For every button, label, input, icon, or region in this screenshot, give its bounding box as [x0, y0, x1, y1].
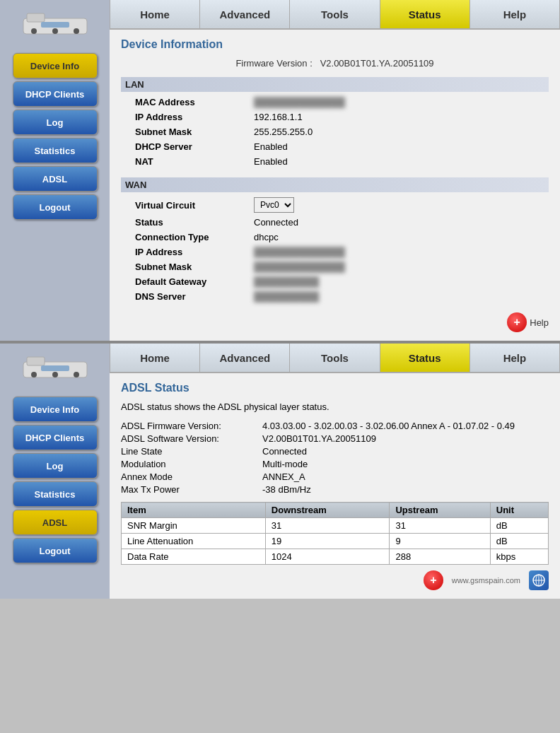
rate-item: Data Rate	[122, 549, 266, 565]
table-row: MAC Address ██████████████	[121, 95, 549, 110]
nav-home-1[interactable]: Home	[110, 0, 200, 28]
atten-item: Line Attenuation	[122, 534, 266, 549]
adsl-info-row: Annex Mode ANNEX_A	[121, 471, 549, 482]
table-row: SNR Margin 31 31 dB	[122, 518, 549, 534]
col-downstream: Downstream	[265, 503, 390, 518]
ip-label: IP Address	[121, 110, 248, 124]
dns-label: DNS Server	[121, 289, 248, 304]
help-icon-2[interactable]: +	[424, 570, 443, 590]
virtual-circuit-select[interactable]: Pvc0	[254, 197, 294, 213]
sidebar-btn-logout-2[interactable]: Logout	[13, 538, 98, 563]
wan-subnet-label: Subnet Mask	[121, 259, 248, 274]
page-title-1: Device Information	[121, 38, 549, 51]
sidebar-btn-adsl-2[interactable]: ADSL	[13, 510, 98, 535]
line-state-value: Connected	[262, 446, 307, 457]
table-row: Data Rate 1024 288 kbps	[122, 549, 549, 565]
svg-point-10	[74, 372, 79, 377]
globe-icon	[529, 570, 549, 590]
rate-unit: kbps	[490, 549, 548, 565]
nav-status-1[interactable]: Status	[380, 0, 470, 28]
mac-label: MAC Address	[121, 95, 248, 110]
table-row: Status Connected	[121, 215, 549, 230]
logo	[16, 6, 94, 45]
help-icon[interactable]: +	[507, 312, 527, 332]
nav-help-1[interactable]: Help	[470, 0, 560, 28]
col-unit: Unit	[490, 503, 548, 518]
main-1: Home Advanced Tools Status Help Device I…	[110, 0, 560, 341]
svg-rect-5	[41, 22, 69, 28]
max-tx-label: Max Tx Power	[121, 484, 262, 495]
sidebar-btn-log-2[interactable]: Log	[13, 453, 98, 479]
wan-subnet-value: ██████████████	[248, 259, 549, 274]
nav-advanced-2[interactable]: Advanced	[200, 344, 290, 372]
nat-label: NAT	[121, 154, 248, 169]
nat-value: Enabled	[248, 154, 549, 169]
nav-tools-2[interactable]: Tools	[290, 344, 380, 372]
adsl-info-row: Max Tx Power -38 dBm/Hz	[121, 484, 549, 495]
adsl-info-row: ADSL Software Version: V2.00B01T01.YA.20…	[121, 433, 549, 444]
sidebar-btn-adsl[interactable]: ADSL	[13, 166, 98, 192]
svg-point-4	[74, 28, 79, 34]
sidebar-btn-dhcp-clients-2[interactable]: DHCP Clients	[13, 425, 98, 450]
svg-point-3	[52, 28, 58, 34]
col-item: Item	[122, 503, 266, 518]
table-row: Line Attenuation 19 9 dB	[122, 534, 549, 549]
atten-upstream: 9	[390, 534, 490, 549]
col-upstream: Upstream	[390, 503, 490, 518]
firmware-label: Firmware Version :	[235, 58, 312, 69]
help-label: Help	[530, 317, 549, 328]
firmware-line: Firmware Version : V2.00B01T01.YA.200511…	[121, 58, 549, 69]
conn-type-label: Connection Type	[121, 230, 248, 245]
svg-rect-7	[27, 357, 45, 365]
sidebar-btn-device-info[interactable]: Device Info	[13, 53, 98, 78]
sidebar-btn-logout[interactable]: Logout	[13, 194, 98, 220]
table-row: Connection Type dhcpc	[121, 230, 549, 245]
watermark-row: + www.gsmspain.com	[121, 570, 549, 590]
wan-table: Virtual Circuit Pvc0 Status Connected Co…	[121, 195, 549, 304]
adsl-fw-label: ADSL Firmware Version:	[121, 421, 262, 431]
panel-1: Device Info DHCP Clients Log Statistics …	[0, 0, 560, 341]
adsl-stats-table: Item Downstream Upstream Unit SNR Margin…	[121, 502, 549, 565]
annex-mode-label: Annex Mode	[121, 471, 262, 482]
vc-value: Pvc0	[248, 195, 549, 215]
nav-home-2[interactable]: Home	[110, 344, 200, 372]
sidebar-btn-device-info-2[interactable]: Device Info	[13, 397, 98, 422]
sidebar-1: Device Info DHCP Clients Log Statistics …	[0, 0, 110, 341]
nav-status-2[interactable]: Status	[380, 344, 470, 372]
sidebar-2: Device Info DHCP Clients Log Statistics …	[0, 344, 110, 599]
vc-label: Virtual Circuit	[121, 195, 248, 215]
sidebar-btn-statistics[interactable]: Statistics	[13, 138, 98, 163]
adsl-sw-label: ADSL Software Version:	[121, 433, 262, 444]
wan-ip-value: ██████████████	[248, 245, 549, 259]
firmware-value: V2.00B01T01.YA.20051109	[320, 58, 434, 69]
wan-header: WAN	[121, 177, 549, 192]
help-row: + Help	[121, 312, 549, 332]
nav-advanced-1[interactable]: Advanced	[200, 0, 290, 28]
nav-bar-1: Home Advanced Tools Status Help	[110, 0, 560, 30]
watermark-text: www.gsmspain.com	[446, 573, 526, 587]
sidebar-btn-log[interactable]: Log	[13, 110, 98, 135]
sidebar-btn-dhcp-clients[interactable]: DHCP Clients	[13, 81, 98, 107]
lan-table: MAC Address ██████████████ IP Address 19…	[121, 95, 549, 169]
nav-tools-1[interactable]: Tools	[290, 0, 380, 28]
svg-point-8	[31, 372, 37, 377]
dns-value: ██████████	[248, 289, 549, 304]
wan-ip-label: IP Address	[121, 245, 248, 259]
annex-mode-value: ANNEX_A	[262, 471, 305, 482]
wan-status-label: Status	[121, 215, 248, 230]
gateway-label: Default Gateway	[121, 274, 248, 289]
adsl-info-row: Modulation Multi-mode	[121, 459, 549, 469]
mac-value: ██████████████	[248, 95, 549, 110]
gateway-value: ██████████	[248, 274, 549, 289]
subnet-value: 255.255.255.0	[248, 124, 549, 139]
table-row: DHCP Server Enabled	[121, 139, 549, 154]
svg-point-2	[31, 28, 37, 34]
sidebar-btn-statistics-2[interactable]: Statistics	[13, 481, 98, 507]
rate-downstream: 1024	[265, 549, 390, 565]
svg-rect-1	[27, 13, 45, 22]
svg-rect-11	[41, 365, 69, 371]
nav-help-2[interactable]: Help	[470, 344, 560, 372]
page-title-2: ADSL Status	[121, 382, 549, 394]
lan-header: LAN	[121, 77, 549, 92]
modulation-value: Multi-mode	[262, 459, 308, 469]
